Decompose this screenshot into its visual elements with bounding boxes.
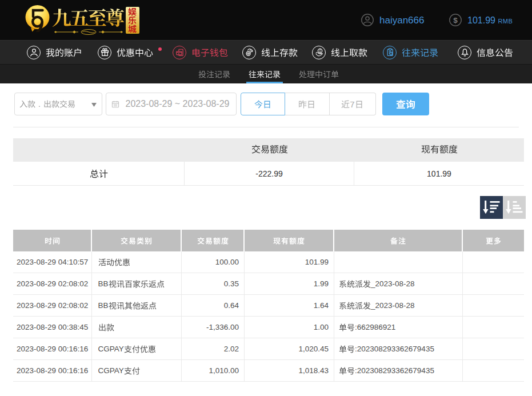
- svg-text:$: $: [453, 16, 458, 25]
